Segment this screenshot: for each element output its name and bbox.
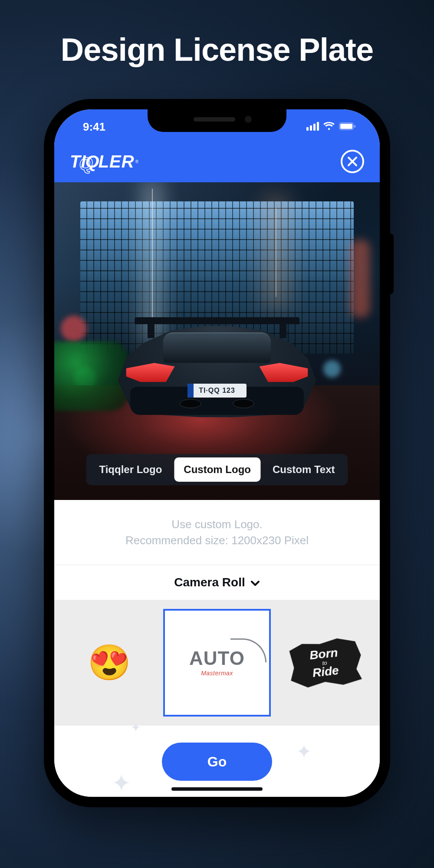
svg-rect-2 <box>354 125 355 128</box>
notch <box>148 109 286 132</box>
segmented-control: Tiqqler Logo Custom Logo Custom Text <box>86 454 348 485</box>
source-picker[interactable]: Camera Roll <box>54 565 380 600</box>
chevron-down-icon <box>250 575 260 589</box>
tab-tiqqler-logo[interactable]: Tiqqler Logo <box>89 457 171 482</box>
sparkle-icon: ✦ <box>131 720 141 735</box>
info-line-2: Recommended size: 1200x230 Pixel <box>125 534 309 547</box>
auto-logo: AUTO Mastermax <box>189 649 245 677</box>
brand-logo: TIQQLER® <box>70 152 139 171</box>
preview-image: TI·QQ 123 Tiqqler Logo Custom Logo Custo… <box>54 182 380 500</box>
born-to-ride-logo: Born to Ride <box>286 635 364 690</box>
phone-frame: 9:41 TIQQLER® <box>44 99 390 807</box>
go-button[interactable]: Go <box>162 743 272 781</box>
sparkle-icon: ✦ <box>112 769 131 797</box>
source-picker-label: Camera Roll <box>174 575 245 589</box>
phone-side-button <box>390 233 394 294</box>
info-line-1: Use custom Logo. <box>171 518 263 531</box>
gallery-item-auto[interactable]: AUTO Mastermax <box>163 609 271 717</box>
page-title: Design License Plate <box>0 0 434 68</box>
home-indicator[interactable] <box>171 787 263 791</box>
app-header: TIQQLER® <box>54 141 380 182</box>
info-text: Use custom Logo. Recommended size: 1200x… <box>54 500 380 565</box>
close-icon <box>347 156 358 167</box>
svg-rect-1 <box>340 124 352 129</box>
sparkle-icon: ✦ <box>296 740 312 763</box>
cta-area: ✦ ✦ ✦ Go <box>54 726 380 797</box>
gallery-item-emoji[interactable]: 😍 <box>56 609 163 717</box>
license-plate: TI·QQ 123 <box>187 384 247 398</box>
car-graphic: TI·QQ 123 <box>114 315 320 424</box>
status-time: 9:41 <box>83 120 105 134</box>
tab-custom-text[interactable]: Custom Text <box>263 457 345 482</box>
close-button[interactable] <box>341 150 364 173</box>
signal-icon <box>306 122 319 131</box>
battery-icon <box>339 122 356 131</box>
gallery-item-born[interactable]: Born to Ride <box>271 609 378 717</box>
tab-custom-logo[interactable]: Custom Logo <box>174 457 260 482</box>
gallery: 😍 AUTO Mastermax Born to Ride <box>54 600 380 726</box>
screen: 9:41 TIQQLER® <box>54 109 380 797</box>
emoji-icon: 😍 <box>88 642 131 683</box>
wifi-icon <box>323 122 335 131</box>
